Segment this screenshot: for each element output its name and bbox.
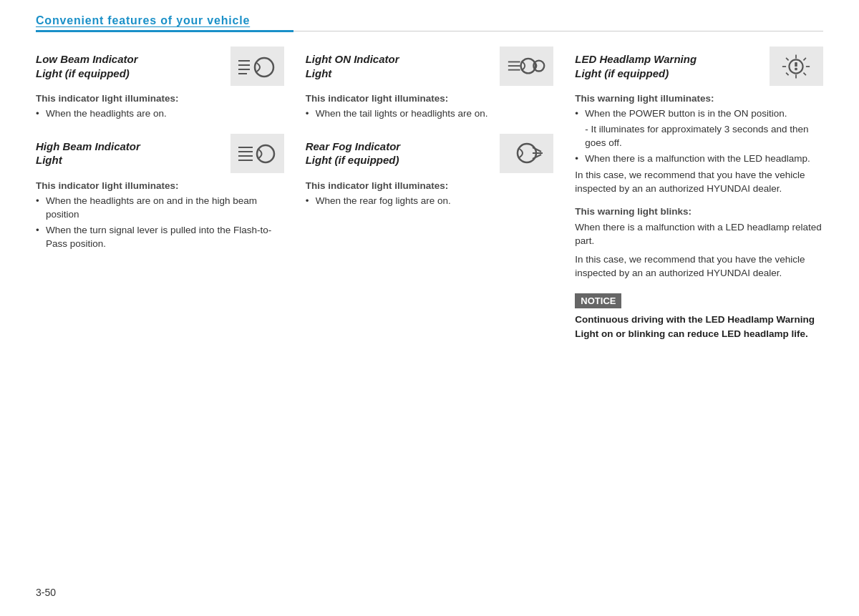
main-grid: Low Beam IndicatorLight (if equipped) [36,47,823,353]
led-blinks-label: This warning light blinks: [575,206,823,217]
led-illuminates-label: This warning light illuminates: [575,93,823,104]
high-beam-title: High Beam IndicatorLight [36,140,140,167]
light-on-bullet-1: When the tail lights or headlights are o… [306,107,554,121]
light-on-illuminates-label: This indicator light illuminates: [306,93,554,104]
high-beam-bullet-2: When the turn signal lever is pulled int… [36,224,284,251]
light-on-bullets: When the tail lights or headlights are o… [306,107,554,121]
low-beam-icon-box [230,47,284,86]
svg-line-25 [804,57,806,59]
high-beam-illuminates-label: This indicator light illuminates: [36,180,284,191]
svg-rect-29 [795,67,797,69]
notice-label: NOTICE [575,293,621,308]
column-2: Light ON IndicatorLight [306,47,554,353]
header-line-gray [293,31,823,31]
high-beam-icon-box [230,134,284,173]
led-body3: In this case, we recommend that you have… [575,253,823,280]
svg-point-9 [257,145,274,162]
high-beam-bullets: When the headlights are on and in the hi… [36,195,284,251]
header-divider [36,30,823,32]
low-beam-title: Low Beam IndicatorLight (if equipped) [36,52,138,80]
rear-fog-illuminates-label: This indicator light illuminates: [306,180,554,191]
led-body1: In this case, we recommend that you have… [575,168,823,196]
led-sub-bullet-1: - It illuminates for approximately 3 sec… [575,123,823,150]
low-beam-title-row: Low Beam IndicatorLight (if equipped) [36,47,284,86]
rear-fog-title-row: Rear Fog IndicatorLight (if equipped) [306,134,554,173]
svg-line-16 [533,147,541,152]
svg-line-26 [787,72,789,74]
low-beam-illuminates-label: This indicator light illuminates: [36,93,284,104]
light-on-section: Light ON IndicatorLight [306,47,554,121]
low-beam-icon [237,52,277,81]
rear-fog-title: Rear Fog IndicatorLight (if equipped) [306,140,401,167]
page-number: 3-50 [36,587,56,598]
low-beam-bullets: When the headlights are on. [36,107,284,121]
led-body2: When there is a malfunction with a LED h… [575,220,823,248]
low-beam-section: Low Beam IndicatorLight (if equipped) [36,47,284,121]
led-extra-bullets: When there is a malfunction with the LED… [575,152,823,166]
page: Convenient features of your vehicle Low … [0,0,859,616]
rear-fog-bullet-1: When the rear fog lights are on. [306,195,554,208]
page-title: Convenient features of your vehicle [36,14,250,29]
led-bullet-2: When there is a malfunction with the LED… [575,152,823,166]
light-on-icon [507,52,547,81]
led-warning-title: LED Headlamp WarningLight (if equipped) [575,52,697,80]
rear-fog-bullets: When the rear fog lights are on. [306,195,554,208]
column-3: LED Headlamp WarningLight (if equipped) [575,47,823,353]
led-bullet-1: When the POWER button is in the ON posit… [575,107,823,121]
light-on-icon-box [500,47,553,86]
high-beam-title-row: High Beam IndicatorLight [36,134,284,173]
rear-fog-icon-box [500,134,553,173]
rear-fog-section: Rear Fog IndicatorLight (if equipped) Th… [306,134,554,208]
notice-text: Continuous driving with the LED Headlamp… [575,313,823,341]
led-warning-icon-box [770,47,823,86]
header: Convenient features of your vehicle [36,14,823,32]
svg-line-24 [804,72,806,74]
led-warning-icon [776,52,816,81]
led-warning-section: LED Headlamp WarningLight (if equipped) [575,47,823,341]
high-beam-bullet-1: When the headlights are on and in the hi… [36,195,284,222]
rear-fog-icon [507,139,547,167]
svg-rect-28 [795,62,797,66]
led-bullets: When the POWER button is in the ON posit… [575,107,823,121]
light-on-title: Light ON IndicatorLight [306,52,399,80]
led-warning-title-row: LED Headlamp WarningLight (if equipped) [575,47,823,86]
svg-line-18 [533,155,541,159]
high-beam-section: High Beam IndicatorLight This in [36,134,284,251]
high-beam-icon [237,139,277,167]
low-beam-bullet-1: When the headlights are on. [36,107,284,121]
column-1: Low Beam IndicatorLight (if equipped) [36,47,284,353]
light-on-title-row: Light ON IndicatorLight [306,47,554,86]
header-line-blue [36,30,293,32]
svg-line-23 [787,57,789,59]
svg-point-4 [255,58,273,77]
